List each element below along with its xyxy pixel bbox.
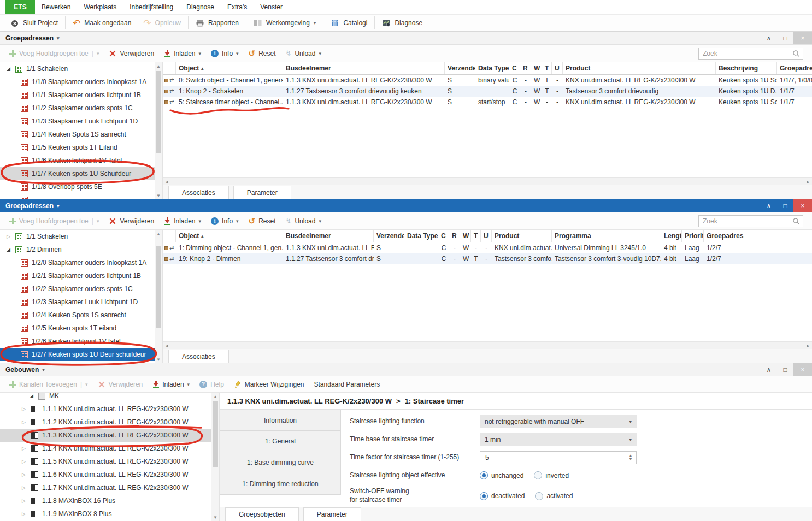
tree-item-mk[interactable]: ◢ MK	[0, 393, 219, 402]
collapse-button[interactable]: ∧	[761, 199, 777, 212]
tab-groepsobjecten[interactable]: Groepsobjecten	[225, 507, 299, 521]
add-main-groups-button[interactable]: Voeg Hoofdgroepen toe |▾	[4, 45, 104, 62]
scrollbar-thumb[interactable]	[213, 401, 218, 467]
tree-collapsed-icon[interactable]: ▷	[21, 459, 27, 464]
tab-associaties[interactable]: Associaties	[168, 186, 229, 199]
table-row[interactable]: ⇄ 5: Staircase timer object - Channel...…	[163, 97, 812, 108]
device-item-1-1-4[interactable]: ▷1.1.4 KNX uni.dim.actuat. LL REG-K/2x23…	[0, 442, 219, 455]
tree-item-1-1-4[interactable]: 1/1/4 Keuken Spots 1S aanrecht	[0, 128, 162, 141]
tree-item-1-2-7-selected[interactable]: 1/2/7 Keuken spots 1U Deur schuifdeur	[0, 348, 155, 361]
scroll-up-icon[interactable]: ▲	[155, 62, 162, 70]
col-busdeelnemer[interactable]: Busdeelnemer	[283, 62, 445, 74]
tree-collapsed-icon[interactable]: ▷	[21, 406, 27, 412]
tree-collapsed-icon[interactable]: ▷	[21, 472, 27, 477]
col-groepadres[interactable]: Groepadre	[777, 62, 812, 74]
radio-unchanged[interactable]: unchanged	[480, 471, 523, 479]
col-t[interactable]: T	[471, 230, 481, 242]
col-datatype[interactable]: Data Type	[475, 62, 509, 74]
radio-unselected-icon[interactable]	[535, 492, 543, 500]
nav-general[interactable]: 1: General	[220, 431, 341, 452]
close-button[interactable]: ×	[793, 363, 812, 376]
menu-extras[interactable]: Extra's	[221, 0, 254, 14]
werkomgeving-button[interactable]: Werkomgeving ▾	[248, 15, 322, 31]
tree-collapsed-icon[interactable]: ▷	[21, 446, 27, 451]
tree-item-1-2-3[interactable]: 1/2/3 Slaapkamer Luuk Lichtpunt 1D	[0, 295, 162, 309]
scrollbar-thumb[interactable]	[156, 71, 161, 153]
tree-item-1-2-5[interactable]: 1/2/5 Keuken spots 1T eiland	[0, 322, 162, 335]
device-item-1-1-7[interactable]: ▷1.1.7 KNX uni.dim.actuat. LL REG-K/2x23…	[0, 481, 219, 494]
menu-diagnose[interactable]: Diagnose	[180, 0, 221, 14]
col-u[interactable]: U	[552, 62, 563, 74]
scroll-right-icon[interactable]: ►	[804, 178, 812, 186]
collapse-button[interactable]: ∧	[761, 363, 777, 376]
col-busdeelnemer[interactable]: Busdeelnemer	[283, 230, 374, 242]
tree-item-1-1-6[interactable]: 1/1/6 Keuken lichtpunt 1V Tafel	[0, 154, 162, 167]
tree-item-1-2-6[interactable]: 1/2/6 Keuken lichtpunt 1V tafel	[0, 335, 162, 348]
info-button[interactable]: i Info ▾	[206, 212, 244, 229]
ets-app-button[interactable]: ETS	[5, 0, 35, 14]
tree-item-1-1-0[interactable]: 1/1/0 Slaapkamer ouders Inloopkast 1A	[0, 75, 162, 88]
unload-button[interactable]: ↯ Unload ▾	[281, 212, 326, 229]
col-c[interactable]: C	[509, 62, 520, 74]
tree-expanded-icon[interactable]: ◢	[28, 393, 34, 399]
tree-item-1-1-8[interactable]: 1/1/8 Overloop spots 5E	[0, 180, 162, 193]
delete-button[interactable]: Verwijderen	[93, 376, 148, 392]
table-row[interactable]: ⇄ 1: Dimming object - Channel 1, gen... …	[163, 242, 812, 253]
tree-item-1-1-7-selected[interactable]: 1/1/7 Keuken spots 1U Schuifdeur	[0, 167, 155, 180]
col-programma[interactable]: Programma	[552, 230, 661, 242]
tab-parameter[interactable]: Parameter	[303, 507, 361, 521]
scrollbar-thumb[interactable]	[156, 246, 161, 328]
tree-collapsed-icon[interactable]: ▷	[21, 433, 27, 438]
col-w[interactable]: W	[531, 62, 542, 74]
download-button[interactable]: Inladen ▾	[148, 376, 195, 392]
scroll-down-icon[interactable]: ▼	[155, 356, 162, 363]
panel3-title-bar[interactable]: Gebouwen ▾ ∧ □ ×	[0, 363, 812, 376]
search-input[interactable]	[699, 217, 792, 225]
tree-item-1-2-0[interactable]: 1/2/0 Slaapkamer ouders Inloopkast 1A	[0, 256, 162, 269]
col-prioriteit[interactable]: Prioritei	[682, 230, 704, 242]
col-beschrijving[interactable]: Beschrijving	[716, 62, 777, 74]
add-channels-button[interactable]: Kanalen Toevoegen |▾	[4, 376, 93, 392]
tree-item-1-1-2[interactable]: 1/1/2 Slaapkamer ouders spots 1C	[0, 102, 162, 115]
col-u[interactable]: U	[481, 230, 492, 242]
col-product[interactable]: Product	[492, 230, 552, 242]
download-button[interactable]: Inladen ▾	[159, 45, 206, 62]
tree-collapsed-icon[interactable]: ▷	[21, 485, 27, 490]
spin-down-icon[interactable]: ▼	[628, 458, 633, 460]
radio-selected-icon[interactable]	[480, 492, 488, 500]
tree-item-partial[interactable]	[0, 193, 162, 199]
tree-scrollbar[interactable]: ▲ ▼	[155, 230, 162, 363]
collapse-button[interactable]: ∧	[761, 32, 777, 44]
maximize-button[interactable]: □	[777, 199, 793, 212]
radio-unselected-icon[interactable]	[534, 471, 542, 479]
maximize-button[interactable]: □	[777, 363, 793, 376]
mark-changes-button[interactable]: Markeer Wijzigingen	[229, 376, 309, 392]
table-row[interactable]: ⇄ 19: Knop 2 - Dimmen 1.1.27 Tastsensor …	[163, 253, 812, 264]
tree-collapsed-icon[interactable]: ▷	[21, 498, 27, 504]
menu-bewerken[interactable]: Bewerken	[35, 0, 77, 14]
nav-dimming-time-reduction[interactable]: 1: Dimming time reduction	[220, 473, 341, 495]
info-button[interactable]: i Info ▾	[206, 45, 244, 62]
menu-werkplaats[interactable]: Werkplaats	[77, 0, 123, 14]
catalogi-button[interactable]: Catalogi	[325, 15, 373, 31]
col-verzendend[interactable]: Verzende	[445, 62, 475, 74]
close-button[interactable]: ×	[793, 199, 812, 212]
device-item-1-1-6[interactable]: ▷1.1.6 KNX uni.dim.actuat. LL REG-K/2x23…	[0, 468, 219, 481]
col-c[interactable]: C	[438, 230, 449, 242]
scroll-down-icon[interactable]: ▼	[155, 192, 162, 199]
nav-base-dimming-curve[interactable]: 1: Base dimming curve	[220, 452, 341, 473]
download-button[interactable]: Inladen ▾	[159, 212, 206, 229]
tree-scrollbar[interactable]: ▲ ▼	[211, 393, 219, 521]
time-base-select[interactable]: 1 min ▾	[480, 433, 637, 446]
tree-item-1-1-5[interactable]: 1/1/5 Keuken spots 1T Eiland	[0, 141, 162, 154]
col-w[interactable]: W	[460, 230, 471, 242]
radio-deactivated[interactable]: deactivated	[480, 492, 525, 500]
menu-inbedrijfstelling[interactable]: Inbedrijfstelling	[123, 0, 180, 14]
horizontal-scrollbar[interactable]: ◄ ►	[163, 177, 812, 185]
breadcrumb-device[interactable]: 1.1.3 KNX uni.dim.actuat. LL REG-K/2x230…	[227, 397, 392, 405]
undo-button[interactable]: ↶ Maak ongedaan	[67, 15, 137, 31]
standard-parameters-button[interactable]: Standaard Parameters	[309, 376, 385, 392]
tree-item-1-2-4[interactable]: 1/2/4 Keuken Spots 1S aanrecht	[0, 309, 162, 322]
tree-expanded-icon[interactable]: ◢	[5, 66, 11, 72]
table-row[interactable]: ⇄ 1: Knop 2 - Schakelen 1.1.27 Tastsenso…	[163, 86, 812, 97]
